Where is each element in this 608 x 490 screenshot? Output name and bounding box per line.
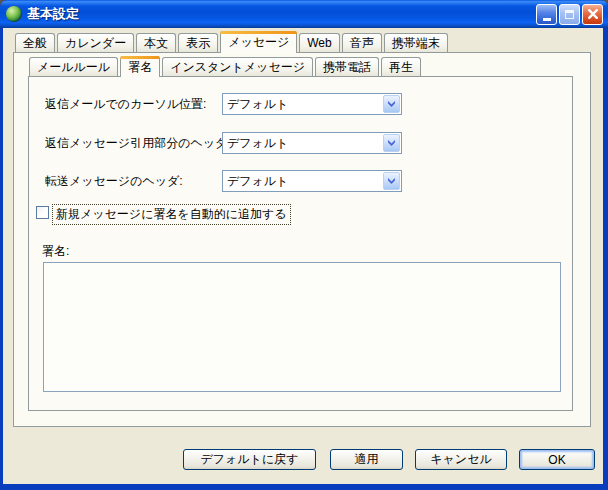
- secondary-tab-row: メールルール 署名 インスタントメッセージ 携帯電話 再生: [29, 56, 421, 77]
- tab-signature[interactable]: 署名: [120, 56, 160, 77]
- maximize-icon: [565, 10, 574, 19]
- tab-playback[interactable]: 再生: [381, 57, 421, 76]
- auto-signature-label[interactable]: 新規メッセージに署名を自動的に追加する: [52, 204, 291, 225]
- forward-header-select[interactable]: デフォルト: [222, 170, 402, 192]
- close-icon: [587, 8, 599, 20]
- tab-general[interactable]: 全般: [15, 33, 55, 52]
- chevron-down-icon: [387, 178, 396, 184]
- signature-label: 署名:: [42, 243, 69, 260]
- window-title: 基本設定: [27, 5, 536, 23]
- tab-mobile-device[interactable]: 携帯端末: [384, 33, 448, 52]
- tab-mail-rules[interactable]: メールルール: [29, 57, 118, 76]
- close-button[interactable]: [582, 4, 603, 25]
- reply-quote-header-value: デフォルト: [223, 135, 382, 152]
- title-bar: 基本設定: [0, 0, 608, 28]
- reply-cursor-position-label: 返信メールでのカーソル位置:: [45, 96, 206, 113]
- dropdown-arrow-button[interactable]: [383, 134, 400, 152]
- chevron-down-icon: [387, 140, 396, 146]
- reply-quote-header-select[interactable]: デフォルト: [222, 132, 402, 154]
- cancel-button[interactable]: キャンセル: [415, 449, 507, 470]
- maximize-button[interactable]: [559, 4, 580, 25]
- tab-audio[interactable]: 音声: [342, 33, 382, 52]
- signature-textarea[interactable]: [43, 262, 561, 392]
- tab-body-text[interactable]: 本文: [136, 33, 176, 52]
- dropdown-arrow-button[interactable]: [383, 95, 400, 113]
- tab-display[interactable]: 表示: [178, 33, 218, 52]
- app-icon: [6, 6, 22, 22]
- tab-instant-message[interactable]: インスタントメッセージ: [162, 57, 313, 76]
- reply-cursor-position-value: デフォルト: [223, 96, 382, 113]
- reply-quote-header-label: 返信メッセージ引用部分のヘッダ:: [45, 135, 231, 152]
- minimize-icon: [543, 18, 551, 21]
- apply-button[interactable]: 適用: [330, 449, 403, 470]
- forward-header-value: デフォルト: [223, 173, 382, 190]
- reply-cursor-position-select[interactable]: デフォルト: [222, 93, 402, 115]
- tab-mobile-phone[interactable]: 携帯電話: [315, 57, 379, 76]
- tab-web[interactable]: Web: [299, 33, 339, 52]
- restore-defaults-button[interactable]: デフォルトに戻す: [183, 449, 316, 470]
- preferences-dialog: 基本設定 全般 カレンダー 本文 表示 メッセージ Web 音声 携帯端末 メー…: [0, 0, 608, 490]
- ok-button[interactable]: OK: [519, 449, 595, 470]
- tab-calendar[interactable]: カレンダー: [57, 33, 134, 52]
- tab-message[interactable]: メッセージ: [220, 31, 297, 53]
- window-controls: [536, 4, 603, 25]
- chevron-down-icon: [387, 101, 396, 107]
- dropdown-arrow-button[interactable]: [383, 172, 400, 190]
- minimize-button[interactable]: [536, 4, 557, 25]
- forward-header-label: 転送メッセージのヘッダ:: [45, 173, 183, 190]
- primary-tab-row: 全般 カレンダー 本文 表示 メッセージ Web 音声 携帯端末: [15, 31, 448, 53]
- auto-signature-checkbox[interactable]: [36, 206, 49, 219]
